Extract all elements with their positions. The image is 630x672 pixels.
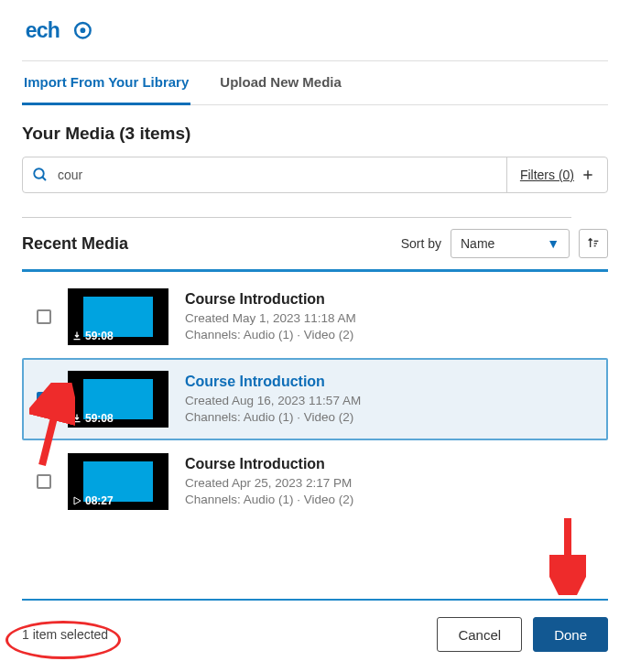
recent-media-title: Recent Media <box>22 234 128 254</box>
media-item[interactable]: 59:08 Course Introduction Created Aug 16… <box>22 358 608 440</box>
filters-button[interactable]: Filters (0) <box>506 157 607 192</box>
media-meta: Course Introduction Created Aug 16, 2023… <box>185 374 593 425</box>
media-item[interactable]: 59:08 Course Introduction Created May 1,… <box>22 276 608 358</box>
media-created: Created Apr 25, 2023 2:17 PM <box>185 475 593 492</box>
media-title: Course Introduction <box>185 291 593 308</box>
duration: 08:27 <box>85 494 114 507</box>
sort-value: Name <box>461 236 494 251</box>
tab-import[interactable]: Import From Your Library <box>22 61 190 105</box>
checkbox[interactable] <box>37 309 51 324</box>
svg-text:ech: ech <box>26 18 60 42</box>
sortby-label: Sort by <box>401 236 441 251</box>
media-title: Course Introduction <box>185 456 593 472</box>
media-meta: Course Introduction Created Apr 25, 2023… <box>185 456 593 507</box>
media-channels: Channels: Audio (1) · Video (2) <box>185 492 593 508</box>
echo-logo: ech <box>22 18 104 44</box>
sort-direction-button[interactable] <box>579 229 608 258</box>
media-item[interactable]: 08:27 Course Introduction Created Apr 25… <box>22 440 608 523</box>
plus-icon <box>581 168 594 181</box>
sort-direction-icon <box>586 236 601 251</box>
media-created: Created May 1, 2023 11:18 AM <box>185 310 593 327</box>
chevron-down-icon: ▼ <box>547 236 559 251</box>
media-channels: Channels: Audio (1) · Video (2) <box>185 327 593 343</box>
media-meta: Course Introduction Created May 1, 2023 … <box>185 291 593 342</box>
media-channels: Channels: Audio (1) · Video (2) <box>185 409 593 426</box>
recent-divider <box>22 269 608 272</box>
svg-point-2 <box>81 27 86 33</box>
svg-line-4 <box>42 177 46 180</box>
duration: 59:08 <box>85 412 114 425</box>
search-input[interactable] <box>58 168 497 182</box>
footer: 1 item selected Cancel Done <box>22 617 608 652</box>
checkbox[interactable] <box>37 474 51 489</box>
your-media-title: Your Media (3 items) <box>22 124 608 144</box>
footer-divider <box>22 599 608 601</box>
search-bar: Filters (0) <box>22 157 608 193</box>
thumbnail[interactable]: 59:08 <box>68 371 168 428</box>
tab-upload[interactable]: Upload New Media <box>218 61 343 105</box>
thumbnail[interactable]: 59:08 <box>68 288 168 345</box>
selected-count: 1 item selected <box>22 627 108 642</box>
mid-divider <box>22 217 571 218</box>
cancel-button[interactable]: Cancel <box>437 617 522 652</box>
play-icon <box>71 495 82 506</box>
footer-buttons: Cancel Done <box>437 617 608 652</box>
media-list: 59:08 Course Introduction Created May 1,… <box>22 276 608 523</box>
annotation-arrow <box>549 513 586 595</box>
svg-point-3 <box>34 168 44 179</box>
download-icon <box>71 413 82 424</box>
search-field-wrap <box>23 157 506 192</box>
sort-select[interactable]: Name ▼ <box>451 229 570 258</box>
sort-controls: Sort by Name ▼ <box>401 229 608 258</box>
download-icon <box>71 331 82 341</box>
filters-label: Filters (0) <box>520 168 574 182</box>
tabs: Import From Your Library Upload New Medi… <box>22 61 608 105</box>
checkbox[interactable] <box>37 392 51 406</box>
search-icon <box>32 167 49 183</box>
recent-header: Recent Media Sort by Name ▼ <box>22 229 608 258</box>
media-title: Course Introduction <box>185 374 593 390</box>
thumbnail[interactable]: 08:27 <box>68 453 168 510</box>
duration: 59:08 <box>85 330 114 342</box>
done-button[interactable]: Done <box>533 617 608 652</box>
media-created: Created Aug 16, 2023 11:57 AM <box>185 393 593 409</box>
